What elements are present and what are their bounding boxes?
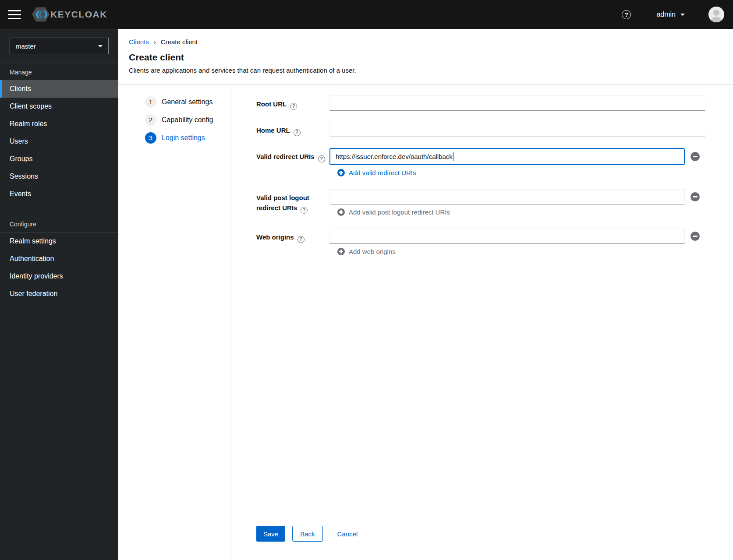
remove-post-logout-uri-button[interactable] <box>691 192 700 201</box>
breadcrumb-clients-link[interactable]: Clients <box>129 38 149 46</box>
nav-section-title: Manage <box>0 63 118 80</box>
sidebar-item-clients[interactable]: Clients <box>0 80 118 98</box>
plus-icon <box>337 208 345 216</box>
keycloak-logo: KEYCLOAK <box>32 6 107 23</box>
input-value: https://issuer.enforce.dev/oauth/callbac… <box>336 153 453 160</box>
valid-redirect-uris-label: Valid redirect URIs? <box>256 148 329 178</box>
wizard-step-general-settings[interactable]: 1 General settings <box>118 93 231 111</box>
back-button[interactable]: Back <box>292 526 322 542</box>
sidebar-item-realm-settings[interactable]: Realm settings <box>0 232 118 250</box>
root-url-row: Root URL? <box>256 95 705 111</box>
sidebar-item-users[interactable]: Users <box>0 133 118 150</box>
step-label: Login settings <box>162 134 205 142</box>
home-url-row: Home URL? <box>256 122 705 137</box>
avatar[interactable] <box>708 7 724 22</box>
chevron-down-icon <box>680 14 685 16</box>
menu-toggle-icon[interactable] <box>8 10 21 19</box>
sidebar-item-events[interactable]: Events <box>0 185 118 203</box>
web-origins-input[interactable] <box>329 229 685 244</box>
sidebar-item-user-federation[interactable]: User federation <box>0 285 118 303</box>
add-post-logout-redirect-uris-link[interactable]: Add valid post logout redirect URIs <box>337 208 450 216</box>
breadcrumb-current: Create client <box>161 38 198 46</box>
cancel-button[interactable]: Cancel <box>337 526 358 542</box>
sidebar-item-client-scopes[interactable]: Client scopes <box>0 98 118 115</box>
nav-section-title: Configure <box>0 215 118 232</box>
text-cursor <box>453 152 454 161</box>
help-icon[interactable]: ? <box>318 155 325 162</box>
page-subtitle: Clients are applications and services th… <box>129 67 722 74</box>
plus-icon <box>337 248 345 255</box>
valid-redirect-uris-row: Valid redirect URIs? https://issuer.enfo… <box>256 148 705 178</box>
main-content: Clients › Create client Create client Cl… <box>118 29 733 560</box>
wizard-step-login-settings[interactable]: 3 Login settings <box>118 129 231 147</box>
help-icon[interactable]: ? <box>301 207 308 214</box>
breadcrumb-separator-icon: › <box>154 38 156 46</box>
help-icon[interactable]: ? <box>294 129 301 136</box>
form-actions: Save Back Cancel <box>256 526 705 542</box>
sidebar-item-realm-roles[interactable]: Realm roles <box>0 115 118 133</box>
masthead: KEYCLOAK ? admin <box>0 0 733 29</box>
post-logout-redirect-uris-label: Valid post logout redirect URIs? <box>256 189 329 218</box>
step-number: 1 <box>145 96 156 108</box>
home-url-label: Home URL? <box>256 122 329 137</box>
avatar-person-icon <box>713 10 719 16</box>
web-origins-label: Web origins? <box>256 229 329 257</box>
keycloak-hexagon-icon <box>32 6 50 23</box>
sidebar: master Manage Clients Client scopes Real… <box>0 29 118 560</box>
step-number: 3 <box>145 132 156 144</box>
nav-section-manage: Manage Clients Client scopes Realm roles… <box>0 63 118 203</box>
chevron-down-icon <box>98 45 103 47</box>
wizard-step-capability-config[interactable]: 2 Capability config <box>118 111 231 129</box>
step-label: Capability config <box>162 116 213 124</box>
step-number: 2 <box>145 114 156 126</box>
plus-icon <box>337 169 345 176</box>
help-icon[interactable]: ? <box>622 10 631 19</box>
masthead-toolbar: ? admin <box>622 7 724 22</box>
realm-selector[interactable]: master <box>10 38 109 54</box>
root-url-input[interactable] <box>329 95 705 111</box>
add-web-origins-link[interactable]: Add web origins <box>337 248 396 255</box>
brand-text: KEYCLOAK <box>50 9 107 20</box>
add-valid-redirect-uris-link[interactable]: Add valid redirect URIs <box>337 169 416 176</box>
login-settings-form: Root URL? Home URL? <box>231 85 733 560</box>
valid-redirect-uris-input[interactable]: https://issuer.enforce.dev/oauth/callbac… <box>329 148 685 165</box>
breadcrumb: Clients › Create client <box>129 38 722 46</box>
remove-redirect-uri-button[interactable] <box>691 152 700 161</box>
sidebar-item-authentication[interactable]: Authentication <box>0 250 118 268</box>
help-icon[interactable]: ? <box>290 103 297 110</box>
help-icon[interactable]: ? <box>297 236 305 243</box>
user-menu[interactable]: admin <box>656 11 685 18</box>
nav-section-configure: Configure Realm settings Authentication … <box>0 215 118 303</box>
remove-web-origin-button[interactable] <box>691 232 700 241</box>
wizard-content: 1 General settings 2 Capability config 3… <box>118 85 733 560</box>
sidebar-item-sessions[interactable]: Sessions <box>0 168 118 185</box>
sidebar-item-groups[interactable]: Groups <box>0 150 118 168</box>
post-logout-redirect-uris-row: Valid post logout redirect URIs? Add val… <box>256 189 705 218</box>
save-button[interactable]: Save <box>256 526 285 542</box>
page-title: Create client <box>129 52 722 63</box>
page-header: Clients › Create client Create client Cl… <box>118 29 733 74</box>
wizard-nav: 1 General settings 2 Capability config 3… <box>118 85 231 560</box>
web-origins-row: Web origins? Add web origins <box>256 229 705 257</box>
home-url-input[interactable] <box>329 122 705 137</box>
realm-selector-value: master <box>16 42 36 50</box>
root-url-label: Root URL? <box>256 95 329 111</box>
step-label: General settings <box>162 98 213 106</box>
sidebar-item-identity-providers[interactable]: Identity providers <box>0 268 118 285</box>
post-logout-redirect-uris-input[interactable] <box>329 189 685 204</box>
username: admin <box>656 11 676 18</box>
